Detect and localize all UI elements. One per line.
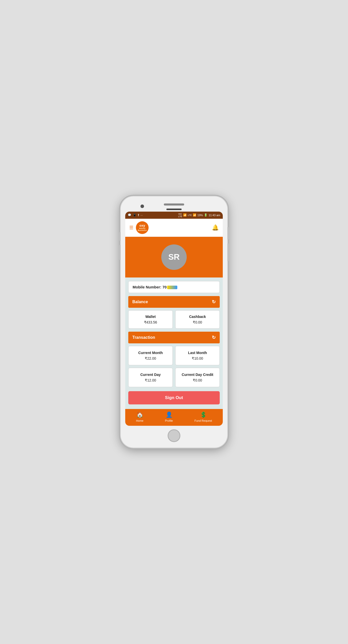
last-month-value: ₹10.00 — [178, 356, 217, 360]
content-area: Mobile Number: 70 Balance ↻ Wallet ₹433.… — [125, 277, 223, 409]
cashback-label: Cashback — [178, 315, 217, 319]
app-logo: oxy money Business — [136, 221, 149, 234]
camera — [140, 204, 144, 208]
notification-bell-icon[interactable]: 🔔 — [212, 224, 219, 231]
nav-item-profile[interactable]: 👤 Profile — [165, 412, 173, 422]
profile-label: Profile — [165, 419, 173, 422]
speaker — [164, 203, 184, 206]
current-day-credit-value: ₹0.00 — [178, 378, 217, 382]
transaction-section-header: Transaction ↻ — [128, 332, 220, 343]
facebook-icon: f — [138, 213, 139, 217]
current-month-card: Current Month ₹22.00 — [128, 346, 173, 365]
current-day-credit-label: Current Day Credit — [178, 373, 217, 377]
balance-refresh-icon[interactable]: ↻ — [212, 299, 216, 305]
profile-icon: 👤 — [166, 412, 172, 418]
power-button — [227, 227, 229, 240]
wallet-label: Wallet — [131, 315, 170, 319]
nav-item-home[interactable]: 🏠 Home — [136, 412, 143, 422]
more-icon: ··· — [140, 214, 143, 217]
cashback-value: ₹0.00 — [178, 320, 217, 324]
volume-button — [227, 243, 229, 261]
balance-section-header: Balance ↻ — [128, 296, 220, 308]
nav-item-fund-request[interactable]: 💲 Fund Request — [194, 412, 212, 422]
time-display: 11:43 am — [209, 214, 220, 217]
chat-icon: 💬 — [128, 213, 131, 217]
mobile-label: Mobile Number: 70 — [133, 285, 167, 289]
home-label: Home — [136, 419, 143, 422]
home-icon: 🏠 — [136, 412, 143, 418]
phone-shell: 💬 📱 f ··· Vo)LTE 📶 LTE 📶 19% 🔋 11:43 am … — [121, 196, 227, 448]
transaction-grid: Current Month ₹22.00 Last Month ₹10.00 C… — [128, 346, 220, 387]
current-month-value: ₹22.00 — [131, 356, 170, 360]
phone-bottom — [125, 426, 223, 443]
sign-out-button[interactable]: Sign Out — [128, 391, 220, 404]
current-day-credit-card: Current Day Credit ₹0.00 — [175, 368, 220, 387]
cashback-card: Cashback ₹0.00 — [175, 310, 220, 329]
current-month-label: Current Month — [131, 351, 170, 355]
battery-icon: 🔋 — [204, 213, 208, 217]
volume-down-button — [119, 245, 121, 260]
balance-title: Balance — [132, 300, 148, 304]
wallet-card: Wallet ₹433.56 — [128, 310, 173, 329]
phone-top — [125, 201, 223, 207]
network-icon: Vo)LTE — [178, 213, 182, 218]
home-hardware-button[interactable] — [168, 429, 180, 442]
mobile-number-card: Mobile Number: 70 — [128, 281, 220, 293]
current-day-label: Current Day — [131, 373, 170, 377]
avatar: SR — [161, 244, 187, 270]
phone-screen: 💬 📱 f ··· Vo)LTE 📶 LTE 📶 19% 🔋 11:43 am … — [125, 212, 223, 426]
balance-grid: Wallet ₹433.56 Cashback ₹0.00 — [128, 310, 220, 329]
logo-text: oxy — [139, 224, 145, 227]
transaction-refresh-icon[interactable]: ↻ — [212, 335, 216, 340]
earpiece — [166, 209, 182, 210]
fund-request-label: Fund Request — [194, 419, 212, 422]
status-left: 💬 📱 f ··· — [128, 213, 143, 217]
transaction-section: Transaction ↻ Current Month ₹22.00 Last … — [128, 332, 220, 387]
lte-icon: LTE — [188, 214, 192, 216]
logo-sub2: Business — [138, 229, 147, 231]
fund-request-icon: 💲 — [200, 412, 207, 418]
volume-up-button — [119, 232, 121, 241]
mobile-number-masked — [167, 286, 177, 289]
transaction-title: Transaction — [132, 335, 155, 340]
bottom-nav: 🏠 Home 👤 Profile 💲 Fund Request — [125, 409, 223, 426]
status-right: Vo)LTE 📶 LTE 📶 19% 🔋 11:43 am — [178, 213, 220, 218]
top-nav: ☰ oxy money Business 🔔 — [125, 219, 223, 237]
last-month-label: Last Month — [178, 351, 217, 355]
signal2-icon: 📶 — [193, 213, 196, 217]
status-bar: 💬 📱 f ··· Vo)LTE 📶 LTE 📶 19% 🔋 11:43 am — [125, 212, 223, 219]
whatsapp-icon: 📱 — [133, 213, 136, 217]
signal-icon: 📶 — [183, 213, 187, 217]
current-day-card: Current Day ₹12.00 — [128, 368, 173, 387]
avatar-initials: SR — [168, 252, 180, 262]
nav-left: ☰ oxy money Business — [129, 221, 149, 234]
profile-banner: SR — [125, 237, 223, 277]
battery-percent: 19% — [197, 214, 203, 217]
wallet-value: ₹433.56 — [131, 320, 170, 324]
last-month-card: Last Month ₹10.00 — [175, 346, 220, 365]
current-day-value: ₹12.00 — [131, 378, 170, 382]
logo-sub: money — [139, 227, 145, 229]
hamburger-icon[interactable]: ☰ — [129, 225, 133, 230]
